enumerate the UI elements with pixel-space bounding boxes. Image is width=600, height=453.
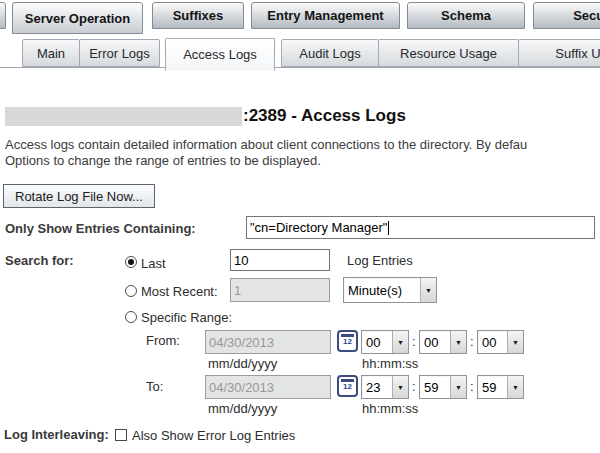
page-description: Access logs contain detailed information… — [5, 137, 600, 169]
from-calendar-icon[interactable]: 12 — [337, 330, 358, 352]
radio-last-label: Last — [141, 256, 166, 271]
chevron-down-icon[interactable]: ▼ — [450, 376, 466, 398]
tab-audit-logs[interactable]: Audit Logs — [281, 39, 379, 67]
access-logs-page: Server Operation Suffixes Entry Manageme… — [0, 0, 600, 453]
log-interleaving-label: Log Interleaving: — [4, 427, 109, 442]
radio-specific-range[interactable] — [125, 311, 137, 323]
to-label: To: — [146, 379, 163, 394]
tab-main[interactable]: Main — [22, 39, 80, 67]
time-colon: : — [412, 334, 416, 349]
to-date-input[interactable]: 04/30/2013 — [205, 375, 331, 399]
error-log-checkbox[interactable] — [115, 429, 127, 441]
last-count-input[interactable]: 10 — [230, 249, 330, 271]
from-second-select[interactable]: 00 ▼ — [477, 330, 524, 354]
time-colon: : — [412, 379, 416, 394]
page-title-row: :2389 - Access Logs — [5, 105, 406, 127]
page-title: :2389 - Access Logs — [243, 106, 406, 126]
redacted-hostname — [5, 107, 242, 126]
from-minute-select[interactable]: 00 ▼ — [419, 330, 467, 354]
tab-security[interactable]: Securi — [533, 2, 600, 29]
to-time-format-hint: hh:mm:ss — [362, 401, 418, 416]
tab-access-logs[interactable]: Access Logs — [165, 38, 275, 71]
time-unit-value: Minute(s) — [344, 278, 420, 302]
chevron-down-icon[interactable]: ▼ — [392, 331, 408, 353]
description-line-2: Options to change the range of entries t… — [5, 153, 600, 169]
chevron-down-icon[interactable]: ▼ — [507, 331, 523, 353]
tab-suffixes[interactable]: Suffixes — [152, 2, 244, 29]
from-date-input[interactable]: 04/30/2013 — [205, 330, 331, 354]
log-entries-label: Log Entries — [347, 253, 413, 268]
radio-specific-range-label: Specific Range: — [141, 310, 232, 325]
from-time-format-hint: hh:mm:ss — [362, 356, 418, 371]
tab-partial-left[interactable] — [0, 2, 6, 29]
most-recent-count-input[interactable]: 1 — [230, 278, 330, 302]
to-hour-value: 23 — [362, 376, 392, 398]
time-unit-select[interactable]: Minute(s) ▼ — [343, 277, 437, 303]
rotate-log-button[interactable]: Rotate Log File Now... — [3, 184, 155, 208]
most-recent-count-value: 1 — [234, 283, 241, 298]
radio-most-recent[interactable] — [125, 285, 137, 297]
from-label: From: — [146, 333, 180, 348]
radio-last[interactable] — [125, 256, 137, 268]
from-hour-value: 00 — [362, 331, 392, 353]
to-hour-select[interactable]: 23 ▼ — [361, 375, 409, 399]
from-date-format-hint: mm/dd/yyyy — [208, 356, 277, 371]
description-line-1: Access logs contain detailed information… — [5, 137, 600, 153]
from-date-value: 04/30/2013 — [209, 335, 274, 350]
chevron-down-icon[interactable]: ▼ — [507, 376, 523, 398]
from-minute-value: 00 — [420, 331, 450, 353]
filter-label: Only Show Entries Containing: — [5, 221, 196, 236]
search-for-label: Search for: — [5, 253, 74, 268]
chevron-down-icon[interactable]: ▼ — [392, 376, 408, 398]
time-colon: : — [470, 334, 474, 349]
to-second-select[interactable]: 59 ▼ — [477, 375, 524, 399]
radio-most-recent-label: Most Recent: — [141, 284, 218, 299]
filter-input[interactable]: "cn=Directory Manager" — [246, 216, 595, 239]
last-count-value: 10 — [234, 253, 248, 268]
from-second-value: 00 — [478, 331, 507, 353]
to-date-format-hint: mm/dd/yyyy — [208, 401, 277, 416]
chevron-down-icon[interactable]: ▼ — [420, 278, 436, 302]
tab-schema[interactable]: Schema — [407, 2, 525, 29]
text-cursor — [388, 221, 389, 235]
tab-entry-management[interactable]: Entry Management — [251, 2, 400, 29]
to-minute-value: 59 — [420, 376, 450, 398]
tab-server-operation[interactable]: Server Operation — [12, 2, 143, 34]
chevron-down-icon[interactable]: ▼ — [450, 331, 466, 353]
calendar-number: 12 — [343, 337, 352, 347]
time-colon: : — [470, 379, 474, 394]
primary-tab-bar: Server Operation Suffixes Entry Manageme… — [0, 0, 600, 34]
to-calendar-icon[interactable]: 12 — [337, 375, 358, 397]
to-second-value: 59 — [478, 376, 507, 398]
tab-error-logs[interactable]: Error Logs — [79, 39, 160, 67]
tab-suffix-usage[interactable]: Suffix U — [518, 39, 600, 67]
filter-input-value: "cn=Directory Manager" — [250, 220, 387, 235]
secondary-tab-bar: Main Error Logs Access Logs Audit Logs R… — [0, 34, 600, 68]
tab-resource-usage[interactable]: Resource Usage — [378, 39, 519, 67]
calendar-number: 12 — [343, 382, 352, 392]
to-minute-select[interactable]: 59 ▼ — [419, 375, 467, 399]
from-hour-select[interactable]: 00 ▼ — [361, 330, 409, 354]
to-date-value: 04/30/2013 — [209, 380, 274, 395]
error-log-checkbox-label: Also Show Error Log Entries — [132, 428, 295, 443]
